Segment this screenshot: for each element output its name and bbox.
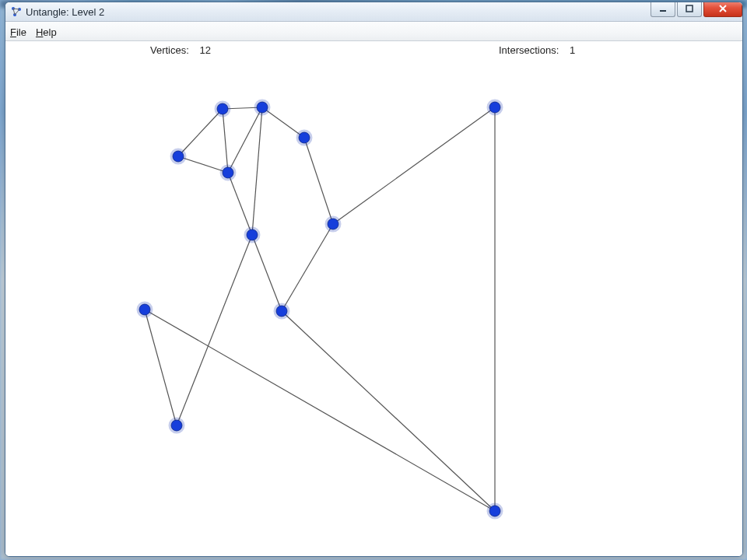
close-button[interactable] [703,2,742,17]
vertex[interactable] [299,132,310,143]
edge [223,109,228,173]
vertex[interactable] [489,506,500,516]
status-vertices: Vertices: 12 [150,44,211,56]
graph-svg [5,57,742,556]
edge [178,109,223,156]
status-row: Vertices: 12 Intersections: 1 [5,41,742,58]
maximize-button[interactable] [677,2,702,17]
vertex[interactable] [139,304,150,315]
intersections-label: Intersections: [499,44,559,56]
vertex[interactable] [247,229,258,240]
edges-layer [145,107,495,511]
vertices-label: Vertices: [150,44,189,56]
window-title: Untangle: Level 2 [26,6,104,18]
edge [145,310,177,425]
status-intersections: Intersections: 1 [499,44,575,56]
game-canvas[interactable] [5,57,742,556]
edge [177,235,252,425]
vertices-layer [138,100,502,518]
edge [282,311,495,511]
edge [228,173,252,235]
menu-file[interactable]: File [10,26,26,38]
edge [304,138,333,224]
svg-line-4 [15,9,19,15]
edge [282,224,333,311]
svg-rect-6 [660,10,666,12]
edge [228,107,262,173]
edge [252,235,282,311]
vertex[interactable] [217,103,228,114]
vertex[interactable] [171,420,182,431]
menubar: File Help [5,22,742,41]
minimize-button[interactable] [651,2,675,17]
app-window: Untangle: Level 2 File Help Vertices: 12 [5,2,743,557]
vertex[interactable] [223,167,233,178]
svg-rect-7 [686,5,693,12]
vertex[interactable] [489,102,500,113]
vertex[interactable] [173,151,184,162]
vertices-value: 12 [199,44,210,56]
edge [252,107,262,235]
edge [333,107,495,224]
minimize-icon [659,5,667,12]
maximize-icon [686,5,693,12]
edge [145,310,495,511]
window-controls [651,2,742,17]
vertex[interactable] [257,102,268,113]
close-icon [718,5,728,12]
app-icon [10,5,23,18]
vertex[interactable] [276,306,287,317]
vertex[interactable] [328,219,338,229]
titlebar[interactable]: Untangle: Level 2 [5,2,742,22]
intersections-value: 1 [570,44,575,56]
menu-help[interactable]: Help [36,26,57,38]
